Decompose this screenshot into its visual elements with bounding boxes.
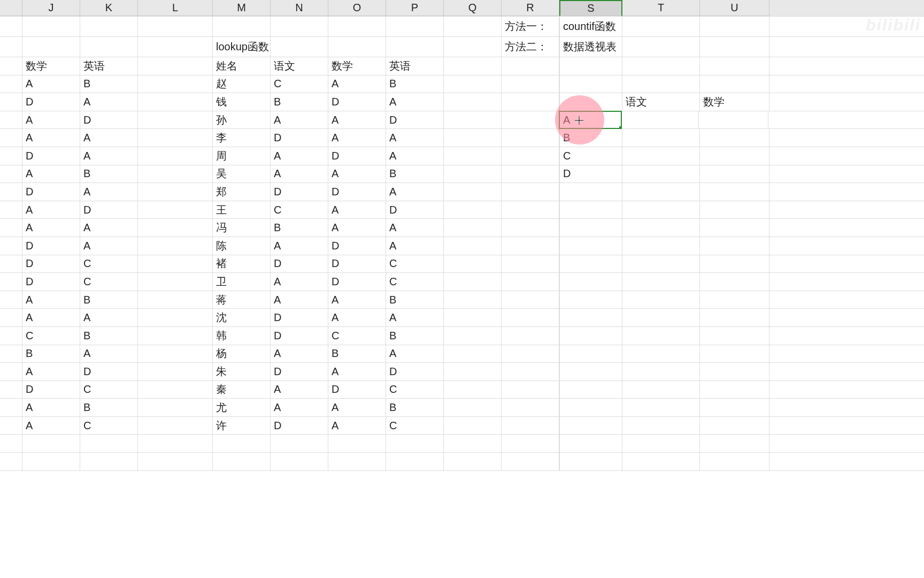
cell-K-18[interactable]: B	[80, 327, 138, 345]
cell-T-20[interactable]	[622, 363, 700, 381]
cell-I-15[interactable]	[0, 273, 22, 291]
cell-O-12[interactable]: A	[328, 219, 386, 237]
cell-J-24[interactable]	[22, 435, 80, 452]
cell-N-21[interactable]: A	[271, 381, 328, 399]
cell-L-19[interactable]	[138, 345, 213, 363]
cell-M-24[interactable]	[213, 435, 271, 452]
cell-N-3[interactable]: 语文	[271, 57, 328, 75]
cell-U-9[interactable]	[700, 165, 769, 183]
cell-S-9[interactable]: D	[559, 165, 622, 183]
cell-P-2[interactable]	[386, 37, 444, 57]
cell-M-1[interactable]	[213, 17, 271, 36]
cell-M-10[interactable]: 郑	[213, 183, 271, 201]
cell-L-23[interactable]	[138, 417, 213, 435]
cell-J-10[interactable]: D	[22, 183, 80, 201]
cell-J-22[interactable]: A	[22, 399, 80, 416]
cell-Q-8[interactable]	[444, 147, 502, 165]
cell-O-8[interactable]: D	[328, 147, 386, 165]
cell-O-4[interactable]: A	[328, 75, 386, 93]
cell-P-13[interactable]: A	[386, 237, 444, 255]
cell-R-17[interactable]	[502, 309, 559, 326]
cell-P-11[interactable]: D	[386, 201, 444, 219]
cell-U-7[interactable]	[700, 129, 769, 147]
column-header-S[interactable]: S	[559, 0, 622, 16]
cell-M-5[interactable]: 钱	[213, 93, 271, 111]
cell-K-16[interactable]: B	[80, 291, 138, 309]
cell-M-11[interactable]: 王	[213, 201, 271, 219]
cell-L-21[interactable]	[138, 381, 213, 399]
cell-U-23[interactable]	[700, 417, 769, 435]
cell-R-21[interactable]	[502, 381, 559, 399]
cell-K-7[interactable]: A	[80, 129, 138, 147]
cell-P-9[interactable]: B	[386, 165, 444, 183]
cell-T-5[interactable]: 语文	[622, 93, 700, 111]
cell-Q-22[interactable]	[444, 399, 502, 416]
cell-K-20[interactable]: D	[80, 363, 138, 381]
cell-O-19[interactable]: B	[328, 345, 386, 363]
cell-K-13[interactable]: A	[80, 237, 138, 255]
cell-N-8[interactable]: A	[271, 147, 328, 165]
cell-I-1[interactable]	[0, 17, 22, 36]
cell-R-23[interactable]	[502, 417, 559, 435]
cell-Q-18[interactable]	[444, 327, 502, 345]
cell-K-21[interactable]: C	[80, 381, 138, 399]
cell-P-4[interactable]: B	[386, 75, 444, 93]
cell-M-21[interactable]: 秦	[213, 381, 271, 399]
cell-K-24[interactable]	[80, 435, 138, 452]
cell-U-18[interactable]	[700, 327, 769, 345]
cell-J-18[interactable]: C	[22, 327, 80, 345]
cell-U-24[interactable]	[700, 435, 769, 452]
cell-S-2[interactable]: 数据透视表	[559, 37, 622, 57]
cell-L-10[interactable]	[138, 183, 213, 201]
cell-T-6[interactable]	[621, 111, 699, 129]
cell-M-4[interactable]: 赵	[213, 75, 271, 93]
cell-R-6[interactable]	[502, 111, 559, 129]
cell-L-5[interactable]	[138, 93, 213, 111]
cell-P-17[interactable]: A	[386, 309, 444, 326]
cell-K-23[interactable]: C	[80, 417, 138, 435]
cell-R-20[interactable]	[502, 363, 559, 381]
cell-T-24[interactable]	[622, 435, 700, 452]
cell-Q-12[interactable]	[444, 219, 502, 237]
cell-N-16[interactable]: A	[271, 291, 328, 309]
cell-K-15[interactable]: C	[80, 273, 138, 291]
cell-L-3[interactable]	[138, 57, 213, 75]
cell-M-25[interactable]	[213, 453, 271, 470]
cell-J-20[interactable]: A	[22, 363, 80, 381]
cell-J-12[interactable]: A	[22, 219, 80, 237]
cell-L-22[interactable]	[138, 399, 213, 416]
cell-T-4[interactable]	[622, 75, 700, 93]
cell-K-25[interactable]	[80, 453, 138, 470]
cell-J-21[interactable]: D	[22, 381, 80, 399]
cell-J-15[interactable]: D	[22, 273, 80, 291]
cell-T-10[interactable]	[622, 183, 700, 201]
cell-O-22[interactable]: A	[328, 399, 386, 416]
cell-J-13[interactable]: D	[22, 237, 80, 255]
cell-K-4[interactable]: B	[80, 75, 138, 93]
cell-T-15[interactable]	[622, 273, 700, 291]
cell-I-18[interactable]	[0, 327, 22, 345]
cell-Q-6[interactable]	[444, 111, 502, 129]
cell-M-8[interactable]: 周	[213, 147, 271, 165]
cell-L-9[interactable]	[138, 165, 213, 183]
column-header-T[interactable]: T	[622, 0, 700, 16]
cell-L-20[interactable]	[138, 363, 213, 381]
cell-P-14[interactable]: C	[386, 255, 444, 273]
cell-U-25[interactable]	[700, 453, 769, 470]
cell-O-6[interactable]: A	[328, 111, 386, 129]
cell-S-12[interactable]	[559, 219, 622, 237]
cell-Q-7[interactable]	[444, 129, 502, 147]
cell-S-5[interactable]	[559, 93, 622, 111]
cell-I-8[interactable]	[0, 147, 22, 165]
cell-O-11[interactable]: A	[328, 201, 386, 219]
cell-Q-16[interactable]	[444, 291, 502, 309]
cell-O-13[interactable]: D	[328, 237, 386, 255]
cell-S-22[interactable]	[559, 399, 622, 416]
cell-N-5[interactable]: B	[271, 93, 328, 111]
column-header-U[interactable]: U	[700, 0, 769, 16]
column-header-N[interactable]: N	[271, 0, 328, 16]
cell-L-15[interactable]	[138, 273, 213, 291]
cell-N-1[interactable]	[271, 17, 328, 36]
cell-T-13[interactable]	[622, 237, 700, 255]
cell-R-18[interactable]	[502, 327, 559, 345]
